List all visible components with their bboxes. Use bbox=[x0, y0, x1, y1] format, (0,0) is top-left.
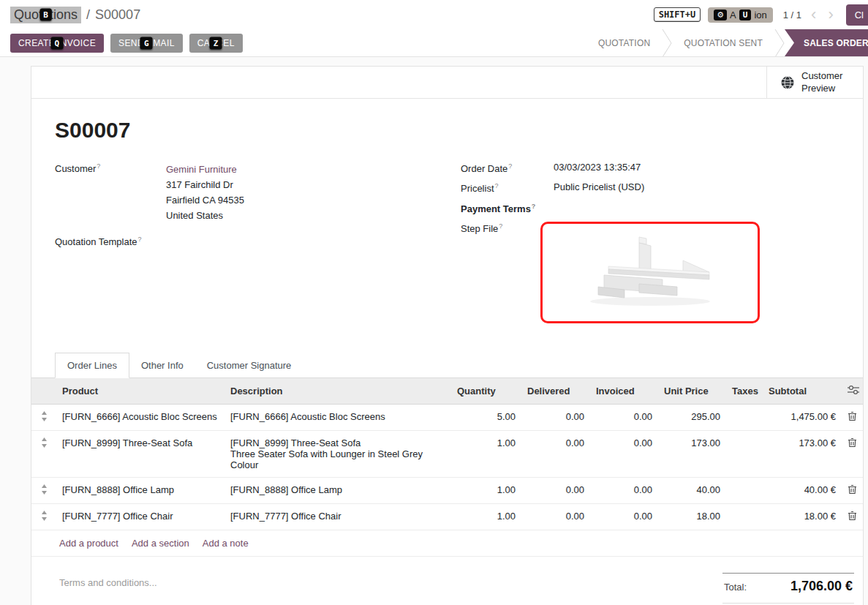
cancel-button[interactable]: CANCEL Z bbox=[189, 34, 243, 53]
optional-columns-button[interactable] bbox=[842, 378, 863, 405]
cell-invoiced[interactable]: 0.00 bbox=[590, 503, 658, 530]
column-header-subtotal: Subtotal bbox=[763, 378, 842, 405]
cell-unit-price[interactable]: 173.00 bbox=[658, 430, 726, 477]
cell-invoiced[interactable]: 0.00 bbox=[590, 404, 658, 430]
cell-invoiced[interactable]: 0.00 bbox=[590, 477, 658, 503]
pricelist-value[interactable]: Public Pricelist (USD) bbox=[554, 181, 644, 194]
step-file-label: Step File? bbox=[461, 222, 554, 323]
statusbar-step-quotation-sent[interactable]: QUOTATION SENT bbox=[672, 29, 774, 56]
action-menu-button[interactable]: ⚙ A U ion bbox=[708, 7, 773, 23]
cell-delivered[interactable]: 0.00 bbox=[521, 503, 590, 530]
terms-and-conditions-input[interactable]: Terms and conditions... bbox=[59, 573, 157, 588]
create-invoice-button[interactable]: CREATE INVOICE Q bbox=[10, 34, 104, 53]
statusbar-chevron-icon bbox=[662, 29, 672, 57]
order-line-row[interactable]: [FURN_7777] Office Chair [FURN_7777] Off… bbox=[31, 503, 863, 530]
cell-subtotal: 18.00 € bbox=[763, 503, 842, 530]
cell-product[interactable]: [FURN_8888] Office Lamp bbox=[56, 477, 224, 503]
step-file-image[interactable] bbox=[540, 222, 760, 323]
cell-taxes[interactable] bbox=[726, 503, 763, 530]
column-header-taxes: Taxes bbox=[726, 378, 763, 405]
total-value: 1,706.00 € bbox=[790, 579, 853, 594]
cell-unit-price[interactable]: 40.00 bbox=[658, 477, 726, 503]
totals-block: Total: 1,706.00 € bbox=[722, 573, 854, 604]
total-label: Total: bbox=[724, 582, 747, 593]
step-file-3d-render bbox=[566, 228, 734, 316]
cell-taxes[interactable] bbox=[726, 477, 763, 503]
quotation-template-label: Quotation Template? bbox=[55, 235, 166, 247]
cell-product[interactable]: [FURN_8999] Three-Seat Sofa bbox=[56, 430, 224, 477]
statusbar: QUOTATION QUOTATION SENT SALES ORDER bbox=[586, 29, 868, 56]
cell-unit-price[interactable]: 18.00 bbox=[658, 503, 726, 530]
cell-description[interactable]: [FURN_6666] Acoustic Bloc Screens bbox=[224, 404, 451, 430]
cell-quantity[interactable]: 1.00 bbox=[451, 477, 521, 503]
drag-handle[interactable] bbox=[31, 404, 56, 430]
order-line-row[interactable]: [FURN_6666] Acoustic Bloc Screens [FURN_… bbox=[31, 404, 863, 430]
order-line-row[interactable]: [FURN_8999] Three-Seat Sofa [FURN_8999] … bbox=[31, 430, 863, 477]
top-bar-right: SHIFT+U ⚙ A U ion 1 / 1 ‹ › Cl bbox=[654, 4, 868, 26]
top-bar: Quotations B / S00007 SHIFT+U ⚙ A U ion … bbox=[0, 0, 868, 29]
customer-field-row: Customer? Gemini Furniture 317 Fairchild… bbox=[55, 162, 461, 223]
customer-preview-button[interactable]: Customer Preview bbox=[766, 67, 863, 98]
statusbar-step-sales-order[interactable]: SALES ORDER bbox=[785, 29, 868, 56]
drag-handle[interactable] bbox=[31, 477, 56, 503]
cell-delivered[interactable]: 0.00 bbox=[521, 404, 590, 430]
cell-product[interactable]: [FURN_6666] Acoustic Bloc Screens bbox=[56, 404, 224, 430]
drag-handle[interactable] bbox=[31, 430, 56, 477]
cell-quantity[interactable]: 1.00 bbox=[451, 430, 521, 477]
delete-line-button[interactable] bbox=[842, 430, 863, 477]
cell-product[interactable]: [FURN_7777] Office Chair bbox=[56, 503, 224, 530]
breadcrumb-quotations[interactable]: Quotations B bbox=[10, 7, 81, 23]
column-header-description: Description bbox=[224, 378, 451, 405]
cell-invoiced[interactable]: 0.00 bbox=[590, 430, 658, 477]
order-date-value[interactable]: 03/03/2023 13:35:47 bbox=[554, 162, 641, 174]
close-button[interactable]: Cl bbox=[846, 4, 868, 26]
cell-delivered[interactable]: 0.00 bbox=[521, 430, 590, 477]
cell-subtotal: 40.00 € bbox=[763, 477, 842, 503]
help-marker: ? bbox=[138, 236, 142, 243]
help-marker: ? bbox=[499, 222, 502, 230]
delete-line-button[interactable] bbox=[842, 404, 863, 430]
pager-previous-icon[interactable]: ‹ bbox=[809, 7, 818, 23]
breadcrumb-current: S00007 bbox=[95, 7, 140, 23]
cell-unit-price[interactable]: 295.00 bbox=[658, 404, 726, 430]
pricelist-label: Pricelist? bbox=[461, 181, 554, 194]
breadcrumb: Quotations B / S00007 bbox=[10, 7, 140, 23]
customer-address-line: 317 Fairchild Dr bbox=[166, 177, 244, 192]
column-header-invoiced: Invoiced bbox=[590, 378, 658, 405]
sheet-bottom: Terms and conditions... Total: 1,706.00 … bbox=[31, 557, 863, 605]
cell-description[interactable]: [FURN_8999] Three-Seat Sofa Three Seater… bbox=[224, 430, 451, 477]
delete-line-button[interactable] bbox=[842, 477, 863, 503]
delete-line-button[interactable] bbox=[842, 503, 863, 530]
statusbar-step-quotation[interactable]: QUOTATION bbox=[586, 29, 662, 56]
cell-description[interactable]: [FURN_8888] Office Lamp bbox=[224, 477, 451, 503]
cell-subtotal: 173.00 € bbox=[763, 430, 842, 477]
cell-quantity[interactable]: 5.00 bbox=[451, 404, 521, 430]
tab-order-lines[interactable]: Order Lines bbox=[55, 353, 129, 378]
pricelist-field-row: Pricelist? Public Pricelist (USD) bbox=[461, 181, 839, 194]
trash-icon bbox=[848, 437, 857, 448]
help-marker: ? bbox=[532, 203, 536, 210]
trash-icon bbox=[848, 511, 857, 521]
content-area: Customer Preview S00007 Customer? Gemini… bbox=[0, 57, 868, 605]
tab-other-info[interactable]: Other Info bbox=[129, 353, 195, 377]
cell-delivered[interactable]: 0.00 bbox=[521, 477, 590, 503]
cell-taxes[interactable] bbox=[726, 404, 763, 430]
cell-description[interactable]: [FURN_7777] Office Chair bbox=[224, 503, 451, 530]
add-a-section-link[interactable]: Add a section bbox=[132, 538, 189, 549]
add-a-product-link[interactable]: Add a product bbox=[59, 538, 118, 549]
customer-value: Gemini Furniture 317 Fairchild Dr Fairfi… bbox=[166, 162, 244, 223]
drag-handle-icon bbox=[41, 511, 48, 521]
tab-customer-signature[interactable]: Customer Signature bbox=[195, 353, 303, 377]
customer-link[interactable]: Gemini Furniture bbox=[166, 164, 237, 175]
create-invoice-label: CREATE INVOICE bbox=[18, 38, 96, 48]
cell-quantity[interactable]: 1.00 bbox=[451, 503, 521, 530]
pager-next-icon[interactable]: › bbox=[826, 7, 835, 23]
send-email-button[interactable]: SEND EMAIL G bbox=[110, 34, 183, 53]
drag-handle[interactable] bbox=[31, 503, 56, 530]
gear-icon: ⚙ bbox=[714, 10, 727, 20]
cell-taxes[interactable] bbox=[726, 430, 763, 477]
table-footer-links: Add a product Add a section Add a note bbox=[31, 530, 863, 557]
sale-order-window: Quotations B / S00007 SHIFT+U ⚙ A U ion … bbox=[0, 0, 868, 605]
add-a-note-link[interactable]: Add a note bbox=[203, 538, 249, 549]
order-line-row[interactable]: [FURN_8888] Office Lamp [FURN_8888] Offi… bbox=[31, 477, 863, 503]
